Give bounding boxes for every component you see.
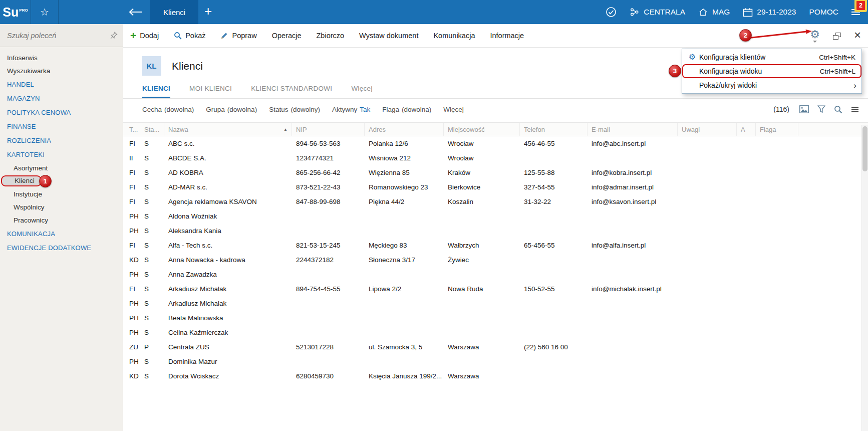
table-row[interactable]: ZUPCentrala ZUS5213017228ul. Szamocka 3,… — [123, 340, 868, 354]
table-cell: Arkadiusz Michalak — [164, 285, 292, 293]
table-cell: KD — [125, 256, 140, 264]
filter-status[interactable]: Status(dowolny) — [269, 106, 320, 113]
image-view-icon[interactable] — [799, 105, 809, 113]
view-tab-więcej[interactable]: Więcej — [351, 82, 372, 98]
column-header-nazwa[interactable]: Nazwa▲ — [164, 123, 292, 136]
sidebar-item-wyszukiwarka[interactable]: Wyszukiwarka — [0, 64, 123, 77]
company-selector[interactable]: CENTRALA — [630, 8, 685, 17]
command-search-input[interactable] — [7, 32, 110, 40]
table-cell: Romanowskiego 23 — [365, 183, 444, 191]
table-row[interactable]: FISAD KOBRA865-256-66-42Więzienna 85Krak… — [123, 165, 868, 180]
sidebar-item-polityka-cenowa[interactable]: POLITYKA CENOWA — [0, 105, 123, 119]
table-row[interactable]: PHSDominika Mazur — [123, 354, 868, 369]
new-tab-plus-icon[interactable]: + — [204, 4, 212, 19]
search-icon[interactable] — [834, 105, 842, 114]
table-cell: S — [140, 256, 164, 264]
sidebar-item-asortyment[interactable]: Asortyment — [0, 161, 123, 174]
table-row[interactable]: FISAgencja reklamowa KSAVON847-88-99-698… — [123, 194, 868, 209]
back-arrow-icon[interactable] — [128, 8, 143, 18]
filter-cecha[interactable]: Cecha(dowolna) — [142, 106, 194, 113]
scrollbar-thumb[interactable] — [862, 126, 867, 171]
table-row[interactable]: IISABCDE S.A.1234774321Wiśniowa 212Wrocł… — [123, 151, 868, 165]
favorites-star-icon[interactable]: ☆ — [31, 0, 59, 24]
table-row[interactable]: PHSAldona Woźniak — [123, 209, 868, 224]
vertical-scrollbar[interactable] — [861, 125, 868, 431]
filter-aktywny[interactable]: AktywnyTak — [332, 106, 370, 113]
sidebar-item-pracownicy[interactable]: Pracownicy — [0, 213, 123, 227]
table-row[interactable]: FISArkadiusz Michalak894-754-45-55Lipowa… — [123, 282, 868, 296]
sidebar-menu: InfoserwisWyszukiwarkaHANDELMAGAZYNPOLIT… — [0, 47, 123, 255]
table-row[interactable]: FISAD-MAR s.c.873-521-22-43Romanowskiego… — [123, 180, 868, 194]
notification-badge[interactable]: 2 — [856, 1, 865, 10]
sidebar-item-finanse[interactable]: FINANSE — [0, 119, 123, 133]
column-header-a[interactable]: A — [737, 123, 756, 136]
sidebar-item-klienci[interactable]: Klienci1 — [0, 174, 123, 187]
filter-grupa[interactable]: Grupa(dowolna) — [206, 106, 257, 113]
sidebar-item-instytucje[interactable]: Instytucje — [0, 187, 123, 200]
toolbar-button-operacje[interactable]: Operacje — [272, 32, 302, 40]
view-tab-moi-klienci[interactable]: MOI KLIENCI — [189, 82, 232, 98]
menu-item-pokaż-ukryj-widoki[interactable]: Pokaż/ukryj widoki› — [682, 78, 861, 92]
sidebar-item-infoserwis[interactable]: Infoserwis — [0, 51, 123, 64]
table-cell: 894-56-53-563 — [292, 140, 365, 147]
view-tab-klienci-standardowi[interactable]: KLIENCI STANDARDOWI — [251, 82, 332, 98]
menu-item-label: Konfiguracja klientów — [699, 53, 765, 61]
date-selector[interactable]: 29-11-2023 — [743, 8, 796, 17]
filter-funnel-icon[interactable] — [817, 105, 825, 113]
toolbar-button-wystaw-dokument[interactable]: Wystaw dokument — [359, 32, 418, 40]
column-header-nip[interactable]: NIP — [292, 123, 365, 136]
toolbar-button-informacje[interactable]: Informacje — [490, 32, 524, 40]
table-row[interactable]: FISABC s.c.894-56-53-563Polanka 12/6Wroc… — [123, 136, 868, 151]
column-header-sta[interactable]: Sta... — [140, 123, 164, 136]
sidebar-item-ewidencje-dodatkowe[interactable]: EWIDENCJE DODATKOWE — [0, 241, 123, 255]
table-row[interactable]: PHSCelina Kaźmierczak — [123, 325, 868, 340]
table-cell: Wrocław — [444, 154, 520, 162]
toolbar-button-komunikacja[interactable]: Komunikacja — [433, 32, 475, 40]
pin-icon[interactable] — [110, 32, 118, 39]
column-header-t[interactable]: T... — [125, 123, 140, 136]
filter-value: (dowolna) — [227, 106, 257, 113]
sidebar-item-magazyn[interactable]: MAGAZYN — [0, 91, 123, 105]
table-row[interactable]: KDSDorota Wciskacz6280459730Księcia Janu… — [123, 369, 868, 383]
table-row[interactable]: KDSAnna Nowacka - kadrowa2244372182Słone… — [123, 253, 868, 267]
list-options-icon[interactable] — [851, 106, 859, 113]
toolbar-button-popraw[interactable]: Popraw — [220, 32, 256, 40]
help-button[interactable]: POMOC — [809, 8, 838, 17]
column-header-telefon[interactable]: Telefon — [520, 123, 588, 136]
sidebar-item-komunikacja[interactable]: KOMUNIKACJA — [0, 227, 123, 241]
menu-item-konfiguracja-klientów[interactable]: ⚙Konfiguracja klientówCtrl+Shift+K — [682, 50, 861, 64]
main-panel: +DodajPokażPoprawOperacjeZbiorczoWystaw … — [123, 24, 868, 431]
filter-flaga[interactable]: Flaga(dowolna) — [382, 106, 431, 113]
table-row[interactable]: FISAlfa - Tech s.c.821-53-15-245Męckiego… — [123, 238, 868, 253]
table-cell: 847-88-99-698 — [292, 198, 365, 205]
column-header-label: Telefon — [524, 126, 545, 133]
sidebar-item-rozliczenia[interactable]: ROZLICZENIA — [0, 133, 123, 147]
sidebar-item-handel[interactable]: HANDEL — [0, 77, 123, 91]
table-row[interactable]: PHSBeata Malinowska — [123, 311, 868, 325]
menu-item-konfiguracja-widoku[interactable]: Konfiguracja widokuCtrl+Shift+L — [682, 64, 861, 78]
table-row[interactable]: PHSAnna Zawadzka — [123, 267, 868, 282]
view-tab-klienci[interactable]: KLIENCI — [142, 82, 170, 98]
table-row[interactable]: PHSAleksandra Kania — [123, 224, 868, 238]
column-header-uwagi[interactable]: Uwagi — [678, 123, 737, 136]
column-header-adres[interactable]: Adres — [365, 123, 444, 136]
column-header-miejscowość[interactable]: Miejscowość — [444, 123, 520, 136]
filter-więcej[interactable]: Więcej — [443, 106, 464, 113]
filter-label: Cecha — [142, 106, 162, 113]
warehouse-selector[interactable]: MAG — [698, 8, 730, 17]
column-header-flaga[interactable]: Flaga — [756, 123, 798, 136]
restore-window-icon[interactable] — [833, 33, 841, 40]
sidebar-item-kartoteki[interactable]: KARTOTEKI — [0, 147, 123, 161]
toolbar-button-dodaj[interactable]: +Dodaj — [130, 31, 159, 41]
app-logo[interactable]: SuPRO — [0, 0, 31, 24]
status-ok-icon[interactable] — [606, 7, 617, 18]
sidebar-item-wspólnicy[interactable]: Wspólnicy — [0, 200, 123, 213]
settings-gear-icon[interactable]: ⚙ — [810, 29, 820, 43]
column-header-e-mail[interactable]: E-mail — [588, 123, 678, 136]
table-cell: Dorota Wciskacz — [164, 372, 292, 380]
table-row[interactable]: PHSArkadiusz Michalak — [123, 296, 868, 311]
close-icon[interactable]: × — [854, 29, 861, 41]
window-tab-klienci[interactable]: Klienci — [150, 0, 198, 24]
toolbar-button-zbiorczo[interactable]: Zbiorczo — [316, 32, 344, 40]
toolbar-button-pokaż[interactable]: Pokaż — [174, 32, 205, 40]
